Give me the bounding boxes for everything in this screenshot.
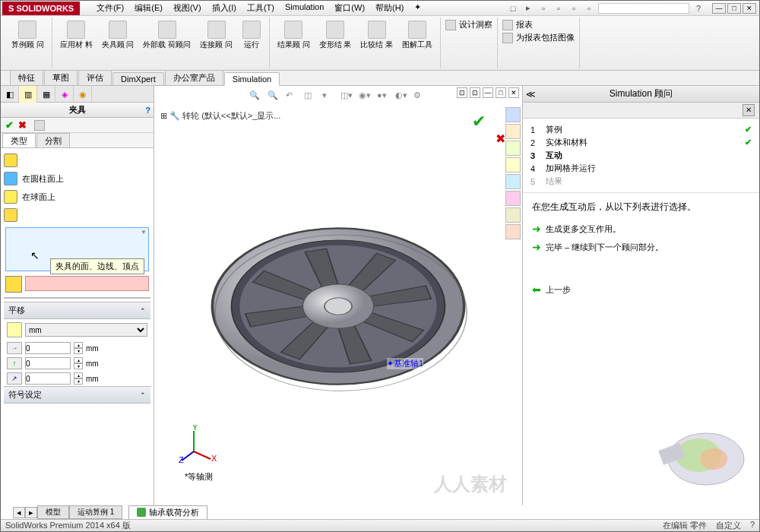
axis-label[interactable]: ✦基准轴1 [387, 358, 423, 369]
doc-max-icon[interactable]: □ [496, 87, 506, 98]
menu-edit[interactable]: 编辑(E) [130, 1, 167, 15]
menu-view[interactable]: 视图(V) [169, 1, 206, 15]
taskpane-forum-icon[interactable] [505, 207, 521, 223]
row-geometry[interactable] [4, 151, 150, 169]
hide-show-icon[interactable]: ◉▾ [359, 90, 372, 104]
apply-material-button[interactable]: 应用材 料 [57, 19, 96, 50]
section-translate[interactable]: 平移 [4, 302, 150, 319]
coord-x-input[interactable] [25, 342, 71, 354]
y-down[interactable]: ▾ [74, 363, 83, 369]
tab-motion[interactable]: 运动算例 1 [69, 505, 122, 519]
section-symbol[interactable]: 符号设定 [4, 386, 150, 404]
tab-simulation[interactable]: Simulation [224, 72, 280, 86]
study-advisor-button[interactable]: 算例顾 问 [8, 19, 47, 50]
taskpane-prop-icon[interactable] [505, 191, 521, 206]
doc-next-icon[interactable]: ⊡ [470, 87, 480, 98]
taskpane-view-icon[interactable] [505, 157, 521, 173]
doc-min-icon[interactable]: — [483, 87, 493, 98]
report-button[interactable]: 报表 [502, 19, 575, 30]
advisor-back[interactable]: ⬅上一步 [532, 283, 750, 296]
advisor-link-more[interactable]: ➜生成更多交互作用。 [532, 223, 750, 235]
step-4[interactable]: 4加网格并运行 [530, 162, 752, 175]
status-custom[interactable]: 自定义 [716, 520, 741, 531]
direction-field[interactable] [25, 276, 149, 291]
advisor-link-done[interactable]: ➜完毕 – 继续到下一个顾问部分。 [532, 241, 750, 253]
tab-model[interactable]: 模型 [37, 505, 69, 519]
menu-insert[interactable]: 插入(I) [207, 1, 241, 15]
tab-features[interactable]: 特征 [10, 70, 43, 85]
view-setting-icon[interactable]: ⚙ [413, 90, 427, 104]
options-icon[interactable]: ▫ [583, 2, 595, 14]
coord-y-input[interactable] [25, 357, 71, 369]
pm-tab-feature[interactable]: ◧ [1, 86, 19, 103]
step-5[interactable]: 5结果 [530, 175, 752, 188]
taskpane-advisor-icon[interactable] [505, 224, 521, 239]
pm-tab-split[interactable]: 分割 [36, 133, 70, 147]
tab-sketch[interactable]: 草图 [44, 70, 78, 85]
tab-scroll-right[interactable]: ▸ [25, 507, 37, 518]
open-icon[interactable]: ▸ [522, 2, 534, 14]
section-icon[interactable]: ◫ [304, 90, 318, 104]
help-icon[interactable]: ? [692, 2, 705, 14]
taskpane-library-icon[interactable] [505, 124, 521, 139]
step-3[interactable]: 3互动 [530, 149, 752, 162]
ok-button[interactable]: ✔ [5, 119, 14, 131]
taskpane-appear-icon[interactable] [505, 174, 521, 189]
connect-advisor-button[interactable]: 连接顾 问 [197, 19, 236, 50]
zoom-area-icon[interactable]: 🔍 [268, 90, 281, 104]
close-button[interactable]: ✕ [743, 3, 756, 14]
scene-icon[interactable]: ◐▾ [395, 90, 409, 104]
step-2[interactable]: 2实体和材料✔ [530, 136, 752, 149]
menu-help[interactable]: 帮助(H) [371, 1, 408, 15]
zoom-fit-icon[interactable]: 🔍 [249, 90, 263, 104]
pm-tab-type[interactable]: 类型 [2, 133, 36, 147]
help-icon[interactable]: ? [145, 106, 150, 115]
taskpane-explorer-icon[interactable] [505, 141, 521, 156]
pm-tab-config[interactable]: ▦ [37, 86, 55, 103]
result-advisor-button[interactable]: 结果顾 问 [274, 19, 313, 50]
step-1[interactable]: 1算例✔ [530, 123, 752, 136]
minimize-button[interactable]: — [712, 3, 726, 14]
menu-window[interactable]: 窗口(W) [330, 1, 369, 15]
prev-view-icon[interactable]: ↶ [286, 90, 299, 104]
plot-tools-button[interactable]: 图解工具 [399, 19, 435, 50]
row-sphere[interactable]: 在球面上 [4, 188, 150, 206]
report-image-button[interactable]: 为报表包括图像 [502, 32, 575, 43]
search-box[interactable] [598, 3, 689, 14]
run-button[interactable]: 运行 [239, 19, 264, 50]
display-style-icon[interactable]: ◫▾ [340, 90, 354, 104]
doc-close-icon[interactable]: ✕ [508, 87, 519, 98]
save-icon[interactable]: ▫ [537, 2, 549, 14]
view-orient-icon[interactable]: ▾ [322, 90, 336, 104]
tab-study[interactable]: 轴承载荷分析 [128, 505, 207, 520]
appearance-icon[interactable]: ●▾ [377, 90, 391, 104]
x-up[interactable]: ▴ [74, 342, 83, 348]
deform-button[interactable]: 变形结 果 [316, 19, 355, 50]
z-up[interactable]: ▴ [74, 372, 83, 378]
doc-prev-icon[interactable]: ⊡ [457, 87, 467, 98]
y-up[interactable]: ▴ [74, 357, 83, 363]
taskpane-resources-icon[interactable] [505, 107, 521, 122]
print-icon[interactable]: ▫ [553, 2, 565, 14]
menu-pin-icon[interactable]: ✦ [410, 1, 426, 15]
tab-office[interactable]: 办公室产品 [165, 70, 223, 85]
pm-tab-property[interactable]: ▥ [19, 86, 37, 103]
rebuild-icon[interactable]: ▫ [568, 2, 580, 14]
tab-scroll-left[interactable]: ◂ [13, 507, 25, 518]
menu-tools[interactable]: 工具(T) [242, 1, 279, 15]
advisor-close-icon[interactable]: ✕ [743, 104, 755, 116]
new-icon[interactable]: □ [507, 2, 519, 14]
coord-z-input[interactable] [25, 372, 71, 385]
design-insight-button[interactable]: 设计洞察 [445, 19, 492, 30]
pm-tab-dim[interactable]: ◈ [55, 86, 74, 103]
status-help-icon[interactable]: ? [750, 520, 755, 531]
maximize-button[interactable]: □ [727, 3, 741, 14]
cancel-button[interactable]: ✖ [18, 119, 27, 131]
fixture-advisor-button[interactable]: 夹具顾 问 [99, 19, 138, 50]
x-down[interactable]: ▾ [74, 348, 83, 354]
graphics-area[interactable]: ⊡ ⊡ — □ ✕ 🔍 🔍 ↶ ◫ ▾ ◫▾ ◉▾ ●▾ ◐▾ ⚙ 🔧 转轮 (… [154, 86, 522, 505]
z-down[interactable]: ▾ [74, 378, 83, 385]
load-advisor-button[interactable]: 外部载 荷顾问 [140, 19, 194, 50]
tab-evaluate[interactable]: 评估 [78, 70, 112, 85]
pushpin-icon[interactable] [34, 120, 45, 131]
